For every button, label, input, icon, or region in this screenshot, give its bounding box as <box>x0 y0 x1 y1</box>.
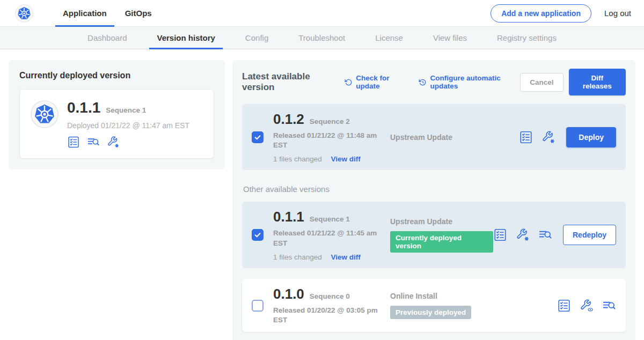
files-changed-label: 1 files changed <box>273 253 322 261</box>
refresh-icon <box>345 78 353 87</box>
logout-link[interactable]: Log out <box>604 9 631 18</box>
app-sub-nav: Dashboard Version history Config Trouble… <box>0 27 644 49</box>
subnav-item-version-history[interactable]: Version history <box>142 27 230 49</box>
version-source-label: Upstream Update <box>390 133 519 142</box>
tab-gitops[interactable]: GitOps <box>116 0 161 27</box>
version-number: 0.1.0 <box>273 286 304 302</box>
view-logs-icon[interactable] <box>602 299 616 313</box>
deploy-button[interactable]: Deploy <box>566 127 616 147</box>
released-timestamp: Released 01/21/22 @ 11:48 am EST <box>273 131 380 150</box>
versions-panel: Latest available version Check for updat… <box>232 60 635 340</box>
view-diff-link[interactable]: View diff <box>331 253 361 261</box>
checkmark-icon <box>253 231 262 239</box>
subnav-item-config[interactable]: Config <box>230 27 283 49</box>
check-for-update-label: Check for update <box>356 74 409 90</box>
version-checkbox[interactable] <box>252 131 264 143</box>
cancel-button[interactable]: Cancel <box>520 73 563 92</box>
sequence-label: Sequence 0 <box>310 292 350 300</box>
app-logo-icon <box>31 100 58 128</box>
released-timestamp: Released 01/20/22 @ 03:05 pm EST <box>273 306 380 325</box>
sequence-label: Sequence 1 <box>310 215 350 223</box>
preflight-checks-icon[interactable] <box>519 130 533 144</box>
latest-available-title: Latest available version <box>242 71 335 93</box>
preflight-checks-icon[interactable] <box>67 136 80 149</box>
other-available-versions-title: Other available versions <box>243 184 626 194</box>
check-for-update-link[interactable]: Check for update <box>345 74 409 90</box>
sequence-label: Sequence 2 <box>310 117 350 125</box>
subnav-item-registry-settings[interactable]: Registry settings <box>482 27 572 49</box>
deployed-sequence-label: Sequence 1 <box>106 106 146 114</box>
version-row-0-1-2: 0.1.2 Sequence 2 Released 01/21/22 @ 11:… <box>242 104 626 170</box>
version-row-0-1-0: 0.1.0 Sequence 0 Released 01/20/22 @ 03:… <box>242 279 626 332</box>
auto-update-clock-icon <box>419 78 427 87</box>
view-config-icon[interactable] <box>580 299 594 313</box>
currently-deployed-card: Currently deployed version 0.1.1 Sequenc… <box>9 60 225 169</box>
currently-deployed-title: Currently deployed version <box>19 71 214 80</box>
version-source-label: Upstream Update <box>390 217 493 226</box>
deployed-version-number: 0.1.1 <box>67 99 100 116</box>
version-checkbox[interactable] <box>252 229 264 241</box>
configure-automatic-updates-link[interactable]: Configure automatic updates <box>419 74 520 90</box>
edit-config-icon[interactable] <box>516 228 530 242</box>
view-diff-link[interactable]: View diff <box>331 155 361 163</box>
add-application-button[interactable]: Add a new application <box>491 4 591 23</box>
files-changed-label: 1 files changed <box>273 155 322 163</box>
diff-releases-button[interactable]: Diff releases <box>569 69 626 95</box>
subnav-item-license[interactable]: License <box>360 27 418 49</box>
subnav-item-troubleshoot[interactable]: Troubleshoot <box>283 27 360 49</box>
tab-gitops-label: GitOps <box>125 9 152 18</box>
view-logs-icon[interactable] <box>87 136 100 149</box>
top-nav: Application GitOps Add a new application… <box>0 0 644 27</box>
version-number: 0.1.2 <box>273 111 304 128</box>
configure-automatic-updates-label: Configure automatic updates <box>430 74 520 90</box>
version-number: 0.1.1 <box>273 209 304 225</box>
tab-application[interactable]: Application <box>54 0 116 27</box>
previously-deployed-badge: Previously deployed <box>390 306 471 319</box>
currently-deployed-version-card: 0.1.1 Sequence 1 Deployed 01/21/22 @ 11:… <box>19 89 214 159</box>
view-logs-icon[interactable] <box>538 228 552 242</box>
subnav-item-view-files[interactable]: View files <box>418 27 482 49</box>
version-checkbox[interactable] <box>252 300 264 312</box>
deployed-timestamp: Deployed 01/21/22 @ 11:47 am EST <box>67 121 189 130</box>
subnav-item-dashboard[interactable]: Dashboard <box>72 27 142 49</box>
edit-config-icon[interactable] <box>541 130 555 144</box>
checkmark-icon <box>253 133 262 142</box>
edit-config-icon[interactable] <box>107 136 120 149</box>
released-timestamp: Released 01/21/22 @ 11:45 am EST <box>273 228 380 248</box>
tab-application-label: Application <box>63 9 107 18</box>
preflight-checks-icon[interactable] <box>493 228 507 242</box>
currently-deployed-badge: Currently deployed version <box>390 231 493 253</box>
redeploy-button[interactable]: Redeploy <box>563 225 616 245</box>
version-row-0-1-1: 0.1.1 Sequence 1 Released 01/21/22 @ 11:… <box>242 202 626 268</box>
version-source-label: Online Install <box>390 292 557 300</box>
kubernetes-logo-icon <box>15 4 33 23</box>
preflight-checks-icon[interactable] <box>557 299 571 313</box>
